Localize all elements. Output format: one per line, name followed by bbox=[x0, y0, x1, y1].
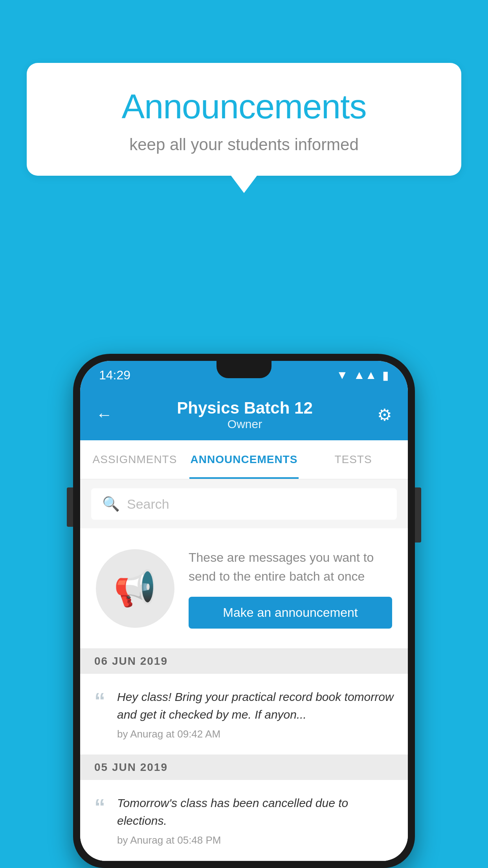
announcement-meta-1: by Anurag at 09:42 AM bbox=[117, 728, 394, 740]
back-button[interactable]: ← bbox=[96, 405, 112, 424]
quote-icon-1: “ bbox=[94, 690, 105, 712]
search-bar[interactable]: 🔍 Search bbox=[91, 488, 397, 520]
phone-device: 14:29 ▼ ▲▲ ▮ ← Physics Batch 12 Owner ⚙ bbox=[73, 354, 415, 868]
speech-bubble-container: Announcements keep all your students inf… bbox=[27, 63, 461, 176]
search-section: 🔍 Search bbox=[80, 480, 408, 528]
announcement-text-1: Hey class! Bring your practical record b… bbox=[117, 688, 394, 723]
tab-announcements[interactable]: ANNOUNCEMENTS bbox=[189, 440, 299, 479]
tab-assignments[interactable]: ASSIGNMENTS bbox=[80, 440, 189, 479]
date-separator-2: 05 JUN 2019 bbox=[80, 755, 408, 780]
megaphone-icon: 📢 bbox=[114, 568, 157, 609]
header-title-wrap: Physics Batch 12 Owner bbox=[112, 399, 377, 431]
search-placeholder-text: Search bbox=[127, 497, 169, 512]
empty-state-content: These are messages you want to send to t… bbox=[189, 548, 392, 629]
quote-icon-2: “ bbox=[94, 796, 105, 818]
signal-icon: ▲▲ bbox=[354, 368, 377, 382]
date-separator-1: 06 JUN 2019 bbox=[80, 649, 408, 674]
notch bbox=[216, 361, 272, 378]
tab-tests[interactable]: TESTS bbox=[299, 440, 408, 479]
battery-icon: ▮ bbox=[382, 368, 389, 382]
batch-title: Physics Batch 12 bbox=[112, 399, 377, 417]
speech-bubble: Announcements keep all your students inf… bbox=[27, 63, 461, 176]
announcement-item-1[interactable]: “ Hey class! Bring your practical record… bbox=[80, 674, 408, 755]
empty-state: 📢 These are messages you want to send to… bbox=[80, 528, 408, 649]
app-header: ← Physics Batch 12 Owner ⚙ bbox=[80, 389, 408, 440]
announcement-meta-2: by Anurag at 05:48 PM bbox=[117, 834, 394, 846]
announcement-icon-circle: 📢 bbox=[96, 549, 174, 628]
settings-button[interactable]: ⚙ bbox=[377, 405, 392, 425]
make-announcement-button[interactable]: Make an announcement bbox=[189, 597, 392, 629]
phone-screen: 14:29 ▼ ▲▲ ▮ ← Physics Batch 12 Owner ⚙ bbox=[80, 361, 408, 861]
announcement-text-2: Tomorrow's class has been cancelled due … bbox=[117, 794, 394, 829]
status-time: 14:29 bbox=[99, 368, 130, 383]
search-icon: 🔍 bbox=[102, 496, 120, 512]
batch-role: Owner bbox=[112, 417, 377, 431]
status-icons: ▼ ▲▲ ▮ bbox=[336, 368, 389, 382]
empty-state-description: These are messages you want to send to t… bbox=[189, 548, 392, 586]
status-bar: 14:29 ▼ ▲▲ ▮ bbox=[80, 361, 408, 389]
speech-bubble-title: Announcements bbox=[46, 86, 442, 127]
wifi-icon: ▼ bbox=[336, 368, 348, 382]
announcement-item-2[interactable]: “ Tomorrow's class has been cancelled du… bbox=[80, 780, 408, 861]
speech-bubble-subtitle: keep all your students informed bbox=[46, 135, 442, 154]
announcement-content-1: Hey class! Bring your practical record b… bbox=[117, 688, 394, 740]
phone-wrapper: 14:29 ▼ ▲▲ ▮ ← Physics Batch 12 Owner ⚙ bbox=[73, 354, 415, 868]
announcement-content-2: Tomorrow's class has been cancelled due … bbox=[117, 794, 394, 846]
tabs-bar: ASSIGNMENTS ANNOUNCEMENTS TESTS bbox=[80, 440, 408, 480]
